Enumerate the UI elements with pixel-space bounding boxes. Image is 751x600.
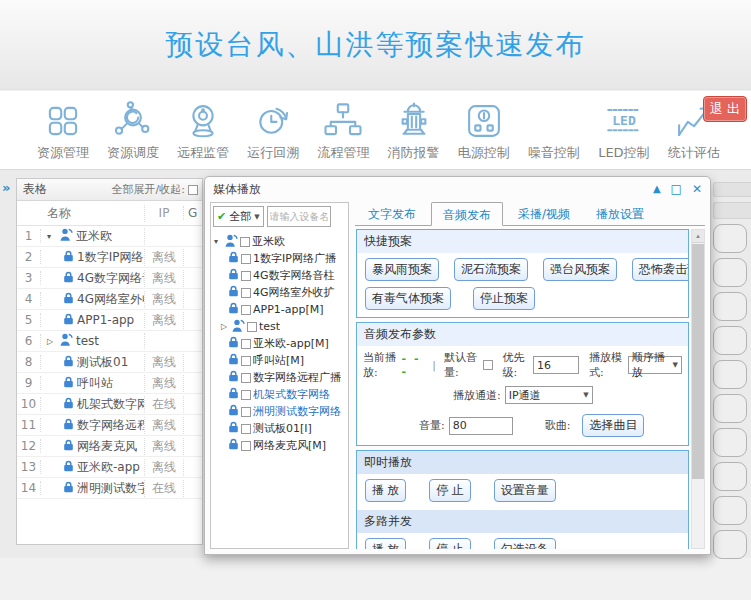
play-mode-select[interactable]: 顺序播放 ▼ (628, 356, 682, 374)
quick-plan-button[interactable]: 停止预案 (473, 287, 535, 310)
table-row[interactable]: 11数字网络远程广离线 (17, 415, 202, 436)
tree-item[interactable]: 亚米欧-app[M] (214, 335, 348, 352)
table-row[interactable]: 44G网络室外收扩离线 (17, 289, 202, 310)
multi-play-button[interactable]: 播 放 (365, 538, 406, 549)
tree-checkbox[interactable] (241, 288, 251, 298)
maximize-icon[interactable]: □ (671, 184, 682, 194)
table-row[interactable]: 9呼叫站离线 (17, 373, 202, 394)
tree-item[interactable]: 呼叫站[M] (214, 352, 348, 369)
tree-expanded-icon[interactable]: ▾ (47, 232, 57, 241)
row-name-cell: 网络麦克风 (41, 438, 145, 455)
select-track-button[interactable]: 选择曲目 (582, 414, 644, 437)
tree-checkbox[interactable] (241, 305, 251, 315)
table-row[interactable]: 21数字IP网络广播离线 (17, 247, 202, 268)
channel-value: IP通道 (509, 388, 541, 403)
device-icon (63, 376, 74, 391)
tab-文字发布[interactable]: 文字发布 (357, 202, 427, 225)
dialog-body: ✔ 全部 ▼ ▾亚米欧1数字IP网络广播4G数字网络音柱4G网络室外收扩APP1… (210, 202, 705, 549)
channel-select[interactable]: IP通道 ▼ (505, 386, 593, 404)
toolbar-label: 电源控制 (458, 144, 510, 162)
scroll-up-icon[interactable]: ▴ (692, 230, 704, 243)
tree-item[interactable]: ▾亚米欧 (214, 233, 348, 250)
tree-item[interactable]: 4G网络室外收扩 (214, 284, 348, 301)
dialog-titlebar[interactable]: 媒体播放 ▲ □ ✕ (205, 177, 710, 201)
tree-checkbox[interactable] (241, 390, 251, 400)
quick-plan-button[interactable]: 有毒气体预案 (365, 287, 451, 310)
tree-item[interactable]: 机架式数字网络 (214, 386, 348, 403)
tree-checkbox[interactable] (240, 237, 250, 247)
toolbar-button-1[interactable]: 资源管理 (30, 98, 96, 169)
table-row[interactable]: 5APP1-app离线 (17, 310, 202, 331)
instant-play-button[interactable]: 设置音量 (494, 479, 556, 502)
expand-collapse-toggle[interactable]: 全部展开/收起: (112, 182, 198, 197)
table-row[interactable]: 13亚米欧-app离线 (17, 457, 202, 478)
tab-音频发布[interactable]: 音频发布 (431, 202, 503, 226)
priority-input[interactable] (533, 356, 579, 374)
table-row[interactable]: 14洲明测试数字网在线 (17, 478, 202, 499)
toolbar-button-8[interactable]: 噪音控制 (521, 98, 587, 169)
tree-checkbox[interactable] (241, 373, 251, 383)
volume-input[interactable] (449, 417, 513, 435)
tab-播放设置[interactable]: 播放设置 (585, 202, 655, 225)
close-icon[interactable]: ✕ (692, 184, 702, 194)
tree-checkbox[interactable] (241, 356, 251, 366)
tree-checkbox[interactable] (241, 271, 251, 281)
tree-checkbox[interactable] (247, 322, 257, 332)
quick-plan-button[interactable]: 恐怖袭击预案 (632, 258, 689, 281)
tree-checkbox[interactable] (241, 339, 251, 349)
toolbar-button-6[interactable]: 消防报警 (381, 98, 447, 169)
tree-checkbox[interactable] (241, 424, 251, 434)
table-row[interactable]: 8测试板01离线 (17, 352, 202, 373)
instant-play-button[interactable]: 停 止 (429, 479, 470, 502)
minimize-icon[interactable]: ▲ (653, 184, 661, 194)
tree-item-label: 4G网络室外收扩 (253, 285, 335, 300)
table-row[interactable]: 34G数字网络音柱离线 (17, 268, 202, 289)
tree-checkbox[interactable] (241, 407, 251, 417)
column-ip: IP (145, 206, 184, 220)
toolbar-button-9[interactable]: LEDLED控制 (591, 98, 657, 169)
toolbar-button-4[interactable]: 运行回溯 (240, 98, 306, 169)
tree-item[interactable]: 网络麦克风[M] (214, 437, 348, 454)
tab-采播/视频[interactable]: 采播/视频 (507, 202, 581, 225)
toolbar-button-5[interactable]: 流程管理 (310, 98, 376, 169)
dialog-content: 文字发布音频发布采播/视频播放设置 快捷预案 暴风雨预案泥石流预案强台风预案恐怖… (355, 202, 705, 549)
quick-plan-button[interactable]: 强台风预案 (543, 258, 617, 281)
table-row[interactable]: 6▷test (17, 331, 202, 352)
tree-item[interactable]: 1数字IP网络广播 (214, 250, 348, 267)
filter-dropdown[interactable]: ✔ 全部 ▼ (213, 206, 264, 227)
tree-item[interactable]: 洲明测试数字网络 (214, 403, 348, 420)
tree-expanded-icon[interactable]: ▾ (214, 237, 223, 246)
tree-checkbox[interactable] (241, 441, 251, 451)
toolbar-button-7[interactable]: 电源控制 (451, 98, 517, 169)
tree-item[interactable]: ▷test (214, 318, 348, 335)
tree-item[interactable]: APP1-app[M] (214, 301, 348, 318)
exit-button[interactable]: 退出 (703, 96, 747, 122)
tree-checkbox[interactable] (241, 254, 251, 264)
multi-play-button[interactable]: 停 止 (429, 538, 470, 549)
scrollbar-thumb[interactable] (692, 244, 704, 479)
toolbar-button-3[interactable]: 远程监管 (170, 98, 236, 169)
multi-play-button[interactable]: 勾选设备 (494, 538, 556, 549)
table-row[interactable]: 1▾亚米欧 (17, 226, 202, 247)
separator: | (432, 359, 436, 372)
row-name: 4G网络室外收扩 (77, 291, 144, 308)
table-row[interactable]: 12网络麦克风离线 (17, 436, 202, 457)
tree-item[interactable]: 测试板01[I] (214, 420, 348, 437)
toolbar-button-2[interactable]: 资源调度 (100, 98, 166, 169)
tree-collapsed-icon[interactable]: ▷ (221, 322, 230, 331)
expand-collapse-label: 全部展开/收起: (112, 182, 185, 197)
background-button (713, 394, 747, 423)
default-volume-checkbox[interactable] (483, 360, 493, 370)
content-scrollbar[interactable]: ▴ (691, 229, 705, 549)
tree-item[interactable]: 4G数字网络音柱 (214, 267, 348, 284)
table-row[interactable]: 10机架式数字网络在线 (17, 394, 202, 415)
instant-play-button[interactable]: 播 放 (365, 479, 406, 502)
quick-plan-button[interactable]: 泥石流预案 (454, 258, 528, 281)
device-table-header: 表格 全部展开/收起: (17, 179, 202, 201)
device-search-input[interactable] (267, 206, 331, 227)
tree-collapsed-icon[interactable]: ▷ (47, 337, 57, 346)
expand-collapse-checkbox[interactable] (188, 185, 198, 195)
panel-collapse-chevron[interactable]: » (0, 170, 16, 195)
quick-plan-button[interactable]: 暴风雨预案 (365, 258, 439, 281)
tree-item[interactable]: 数字网络远程广播 (214, 369, 348, 386)
